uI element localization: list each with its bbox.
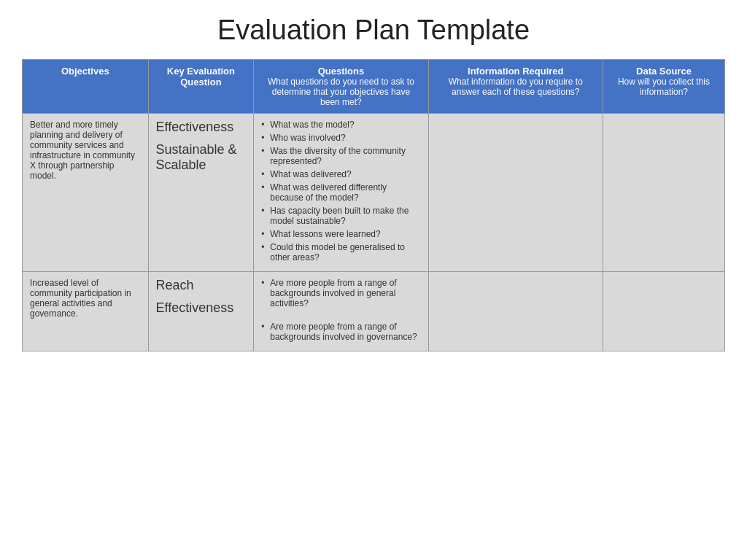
row2-objectives: Increased level of community participati… xyxy=(23,272,149,351)
row2-key-eval-word2: Effectiveness xyxy=(156,300,247,316)
row2-key-eval: Reach Effectiveness xyxy=(148,272,254,351)
page-title: Evaluation Plan Template xyxy=(22,15,725,46)
list-item: Are more people from a range of backgrou… xyxy=(261,278,420,308)
col-data-source-header: Data Source How will you collect this in… xyxy=(603,60,724,114)
row2-info-required xyxy=(428,272,603,351)
row2-data-source xyxy=(603,272,724,351)
list-item: What was delivered differently because o… xyxy=(261,182,420,203)
row2-questions: Are more people from a range of backgrou… xyxy=(254,272,428,351)
list-item: Was the diversity of the community repre… xyxy=(261,146,420,166)
list-item: What lessons were learned? xyxy=(261,229,420,239)
col-info-required-header: Information Required What information do… xyxy=(428,60,603,114)
list-item: What was the model? xyxy=(261,120,420,130)
list-item: What was delivered? xyxy=(261,169,420,179)
col-key-eval-header: Key Evaluation Question xyxy=(148,60,254,114)
row1-key-eval: Effectiveness Sustainable & Scalable xyxy=(148,114,254,272)
list-item: Who was involved? xyxy=(261,133,420,143)
evaluation-table: Objectives Key Evaluation Question Quest… xyxy=(22,59,725,351)
row1-key-eval-word2: Sustainable & Scalable xyxy=(156,142,247,173)
row1-key-eval-word1: Effectiveness xyxy=(156,120,247,135)
list-item: Could this model be generalised to other… xyxy=(261,242,420,262)
list-item: Has capacity been built to make the mode… xyxy=(261,206,420,226)
row1-info-required xyxy=(428,114,603,272)
table-row: Better and more timely planning and deli… xyxy=(23,114,725,272)
col-questions-header: Questions What questions do you need to … xyxy=(254,60,428,114)
row1-questions: What was the model? Who was involved? Wa… xyxy=(254,114,428,272)
row2-questions-list: Are more people from a range of backgrou… xyxy=(261,278,420,342)
row1-objectives: Better and more timely planning and deli… xyxy=(23,114,149,272)
table-row: Increased level of community participati… xyxy=(23,272,725,351)
row1-data-source xyxy=(603,114,724,272)
row1-questions-list: What was the model? Who was involved? Wa… xyxy=(261,120,420,262)
row2-key-eval-word1: Reach xyxy=(156,278,247,293)
list-item: Are more people from a range of backgrou… xyxy=(261,322,420,342)
col-objectives-header: Objectives xyxy=(23,60,149,114)
